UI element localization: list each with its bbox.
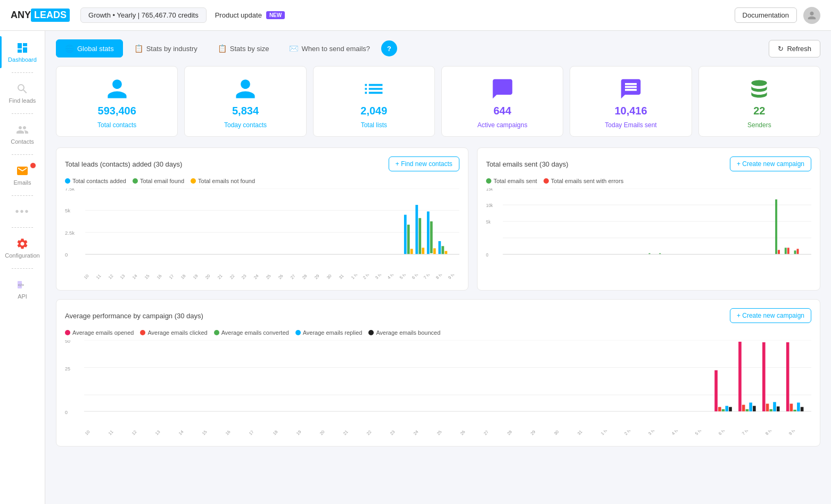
svg-text:2.5k: 2.5k (65, 230, 75, 235)
sidebar-item-emails[interactable]: Emails (0, 159, 45, 191)
legend-label-emails-errors: Total emails sent with errors (551, 178, 623, 184)
svg-text:0: 0 (65, 253, 68, 258)
today-contacts-value: 5,834 (232, 105, 259, 117)
chart-total-emails: Total emails sent (30 days) + Create new… (477, 147, 820, 291)
product-update: Product update NEW (215, 11, 285, 19)
senders-icon (747, 77, 771, 101)
chart2-area: 15k 10k 5k 0 (486, 188, 811, 274)
sidebar-label-api: API (18, 293, 27, 300)
active-campaigns-icon (491, 77, 514, 101)
svg-rect-40 (796, 249, 799, 254)
more-icon: ••• (15, 205, 29, 218)
svg-rect-18 (430, 221, 433, 253)
today-emails-icon (619, 77, 643, 101)
legend-dot-red3 (140, 330, 145, 335)
sidebar-label-contacts: Contacts (11, 138, 34, 145)
total-contacts-value: 593,406 (98, 105, 136, 117)
stat-card-total-contacts: 593,406 Total contacts (56, 66, 178, 137)
product-update-label: Product update (215, 11, 262, 19)
create-campaign-button-1[interactable]: + Create new campaign (730, 156, 811, 171)
tab-when-to-send[interactable]: ✉️ When to send emails? (280, 39, 379, 57)
svg-rect-22 (445, 251, 447, 254)
svg-text:5k: 5k (65, 209, 71, 213)
chart1-title: Total leads (contacts) added (30 days) (65, 160, 182, 168)
legend-dot-black (368, 330, 374, 335)
svg-rect-66 (793, 410, 796, 411)
main-content: 🌐 Global stats 📋 Stats by industry 📋 Sta… (45, 31, 831, 504)
industry-icon: 📋 (134, 44, 143, 53)
legend-avg-opened: Average emails opened (65, 329, 134, 336)
total-contacts-label: Total contacts (97, 121, 136, 129)
svg-rect-14 (415, 205, 418, 254)
svg-rect-39 (794, 251, 796, 254)
legend-label-emails-sent: Total emails sent (493, 178, 537, 184)
sidebar-item-find-leads[interactable]: Find leads (0, 77, 45, 109)
avatar[interactable] (803, 7, 820, 24)
legend-dot-pink (65, 330, 70, 335)
sidebar: Dashboard Find leads Contacts Emails •••… (0, 31, 45, 504)
tab-help[interactable]: ? (381, 40, 397, 56)
legend-label-green: Total email found (140, 178, 184, 184)
legend-label-avg-bounced: Average emails bounced (376, 329, 440, 336)
sidebar-item-contacts[interactable]: Contacts (0, 118, 45, 150)
svg-text:5k: 5k (486, 220, 491, 225)
chart3-area: 50 25 0 (65, 340, 811, 431)
tab-stats-by-industry[interactable]: 📋 Stats by industry (125, 39, 207, 57)
legend-label-avg-opened: Average emails opened (72, 329, 134, 336)
chart2-svg: 15k 10k 5k 0 (486, 188, 811, 274)
stat-card-active-campaigns: 644 Active campaigns (441, 66, 563, 137)
svg-rect-53 (729, 407, 732, 411)
svg-text:7.5k: 7.5k (65, 188, 75, 192)
tab-global-stats[interactable]: 🌐 Global stats (56, 39, 123, 57)
sidebar-divider-2 (12, 113, 33, 114)
sidebar-item-configuration[interactable]: Configuration (0, 232, 45, 264)
legend-dot-blue (65, 178, 70, 184)
svg-rect-17 (427, 211, 430, 254)
legend-dot-yellow (191, 178, 196, 184)
total-lists-value: 2,049 (360, 105, 387, 117)
stats-grid: 593,406 Total contacts 5,834 Today conta… (56, 66, 820, 137)
legend-avg-converted: Average emails converted (214, 329, 289, 336)
svg-rect-58 (753, 406, 756, 411)
total-lists-label: Total lists (361, 121, 387, 129)
legend-dot-blue3 (295, 330, 301, 335)
create-campaign-button-2[interactable]: + Create new campaign (730, 308, 811, 323)
legend-label-yellow: Total emails not found (198, 178, 255, 184)
svg-rect-49 (714, 370, 718, 411)
legend-dot-green3 (214, 330, 219, 335)
documentation-button[interactable]: Documentation (735, 7, 797, 23)
svg-rect-67 (797, 402, 800, 411)
legend-dot-green (133, 178, 138, 184)
chart-total-leads: Total leads (contacts) added (30 days) +… (56, 147, 468, 291)
sidebar-item-more[interactable]: ••• (0, 200, 45, 223)
svg-rect-59 (762, 342, 766, 411)
chart3-legend: Average emails opened Average emails cli… (65, 329, 811, 336)
svg-rect-64 (786, 342, 789, 411)
svg-rect-20 (438, 241, 441, 254)
sidebar-divider-6 (12, 268, 33, 269)
email-tab-icon: ✉️ (289, 44, 298, 53)
sidebar-item-dashboard[interactable]: Dashboard (0, 36, 45, 68)
refresh-button[interactable]: ↻ Refresh (769, 40, 820, 57)
active-campaigns-label: Active campaigns (478, 121, 528, 129)
tab-stats-by-size[interactable]: 📋 Stats by size (209, 39, 278, 57)
tab-global-stats-label: Global stats (77, 45, 114, 53)
stat-card-today-contacts: 5,834 Today contacts (184, 66, 306, 137)
refresh-label: Refresh (787, 45, 811, 53)
sidebar-item-api[interactable]: </> API (0, 273, 45, 305)
chart2-legend: Total emails sent Total emails sent with… (486, 178, 811, 184)
chart1-svg: 7.5k 5k 2.5k 0 (65, 188, 459, 274)
legend-dot-red2 (544, 178, 549, 184)
legend-dot-green2 (486, 178, 491, 184)
find-new-contacts-button[interactable]: + Find new contacts (389, 156, 459, 171)
chart2-header: Total emails sent (30 days) + Create new… (486, 156, 811, 171)
tab-when-to-send-label: When to send emails? (301, 45, 370, 53)
svg-rect-65 (790, 404, 793, 411)
svg-rect-35 (775, 200, 777, 254)
today-emails-value: 10,416 (614, 105, 647, 117)
logo-any: ANY (11, 10, 31, 21)
logo-leads: LEADS (31, 9, 70, 22)
chart1-area: 7.5k 5k 2.5k 0 (65, 188, 459, 274)
svg-rect-68 (801, 407, 804, 411)
svg-rect-51 (722, 409, 725, 411)
